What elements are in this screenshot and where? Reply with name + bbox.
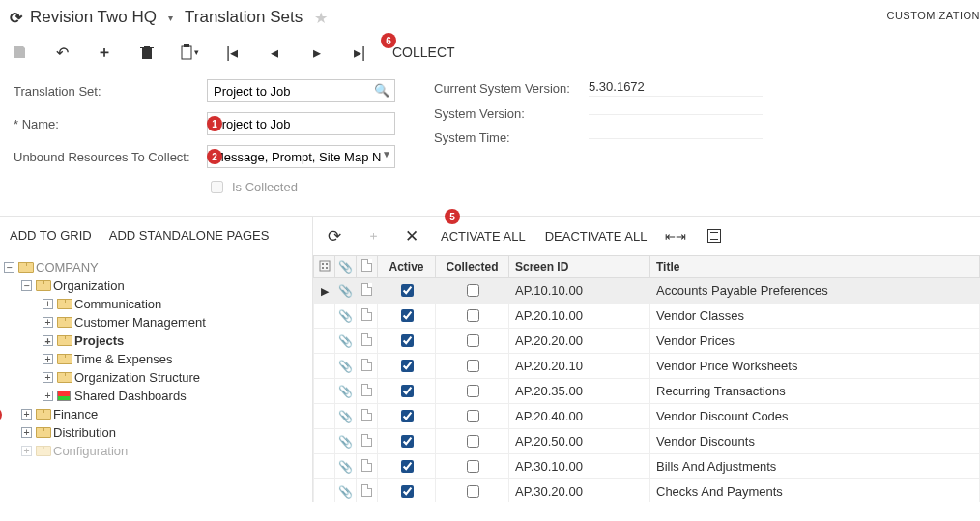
grid-refresh-icon[interactable]: ⟳: [325, 226, 344, 246]
expand-icon[interactable]: +: [21, 446, 32, 456]
active-cell[interactable]: [378, 404, 436, 429]
collected-cell[interactable]: [436, 379, 509, 404]
fit-columns-icon[interactable]: ⇤⇥: [666, 226, 685, 246]
collect-button[interactable]: COLLECT: [392, 44, 455, 60]
collapse-icon[interactable]: −: [4, 262, 14, 273]
delete-icon[interactable]: [137, 43, 157, 62]
undo-icon[interactable]: ↶: [52, 43, 72, 62]
clipboard-icon[interactable]: ▾: [180, 43, 199, 62]
row-indicator[interactable]: [314, 404, 335, 429]
company-title[interactable]: Revision Two HQ: [30, 8, 157, 27]
tree-root-company[interactable]: − COMPANY: [4, 258, 308, 276]
note-cell[interactable]: [357, 379, 378, 404]
attachment-cell[interactable]: 📎: [335, 429, 357, 454]
attachment-cell[interactable]: 📎: [335, 278, 357, 304]
tree-node-projects[interactable]: 3 + Projects: [4, 332, 308, 350]
tree-node-customer-management[interactable]: + Customer Management: [4, 313, 308, 332]
active-cell[interactable]: [378, 429, 436, 454]
collected-cell[interactable]: [436, 454, 509, 479]
active-cell[interactable]: [378, 379, 436, 404]
collected-cell[interactable]: [436, 354, 509, 379]
collected-cell[interactable]: [436, 479, 509, 503]
expand-icon[interactable]: +: [43, 335, 53, 346]
attachment-cell[interactable]: 📎: [335, 379, 357, 404]
table-row[interactable]: 📎AP.30.20.00Checks And Payments: [314, 479, 980, 503]
note-cell[interactable]: [357, 329, 378, 354]
col-attachment[interactable]: 📎: [335, 256, 357, 278]
note-cell[interactable]: [357, 404, 378, 429]
table-row[interactable]: ▶📎AP.10.10.00Accounts Payable Preference…: [314, 278, 980, 304]
tree-node-shared-dashboards[interactable]: + Shared Dashboards: [4, 387, 308, 405]
chevron-down-icon[interactable]: ▾: [168, 13, 173, 23]
collected-cell[interactable]: [436, 404, 509, 429]
export-icon[interactable]: [705, 226, 724, 246]
favorite-star-icon[interactable]: ★: [314, 9, 328, 27]
note-cell[interactable]: [357, 354, 378, 379]
active-cell[interactable]: [378, 329, 436, 354]
expand-icon[interactable]: +: [43, 299, 53, 309]
attachment-cell[interactable]: 📎: [335, 454, 357, 479]
expand-icon[interactable]: +: [21, 427, 32, 438]
expand-icon[interactable]: +: [43, 372, 53, 383]
expand-icon[interactable]: +: [21, 409, 32, 420]
table-row[interactable]: 📎AP.20.50.00Vendor Discounts: [314, 429, 980, 454]
tree-node-distribution[interactable]: + Distribution: [4, 423, 308, 442]
translation-set-input[interactable]: [207, 79, 395, 102]
collected-cell[interactable]: [436, 429, 509, 454]
collected-cell[interactable]: [436, 278, 509, 304]
collected-cell[interactable]: [436, 304, 509, 329]
row-indicator[interactable]: [314, 379, 335, 404]
tree-node-finance[interactable]: 4 + Finance: [4, 405, 308, 423]
note-cell[interactable]: [357, 454, 378, 479]
table-row[interactable]: 📎AP.20.20.10Vendor Price Worksheets: [314, 354, 980, 379]
tree-node-configuration[interactable]: + Configuration: [4, 442, 308, 460]
row-indicator[interactable]: [314, 329, 335, 354]
customization-link[interactable]: CUSTOMIZATION: [886, 10, 980, 21]
row-indicator[interactable]: [314, 429, 335, 454]
activate-all-button[interactable]: ACTIVATE ALL: [441, 229, 526, 244]
attachment-cell[interactable]: 📎: [335, 354, 357, 379]
col-collected[interactable]: Collected: [436, 256, 509, 278]
tree-node-organization[interactable]: − Organization: [4, 276, 308, 295]
expand-icon[interactable]: +: [43, 317, 53, 328]
active-cell[interactable]: [378, 354, 436, 379]
expand-icon[interactable]: +: [43, 391, 53, 401]
collapse-icon[interactable]: −: [21, 280, 32, 291]
deactivate-all-button[interactable]: DEACTIVATE ALL: [545, 229, 648, 244]
row-indicator[interactable]: [314, 479, 335, 503]
tree-node-organization-structure[interactable]: + Organization Structure: [4, 368, 308, 387]
active-cell[interactable]: [378, 304, 436, 329]
name-input[interactable]: [207, 112, 395, 135]
first-record-icon[interactable]: |◂: [222, 43, 242, 62]
row-indicator[interactable]: [314, 304, 335, 329]
active-cell[interactable]: [378, 278, 436, 304]
grid-delete-icon[interactable]: ✕: [402, 226, 421, 246]
next-record-icon[interactable]: ▸: [307, 43, 327, 62]
add-standalone-button[interactable]: ADD STANDALONE PAGES: [109, 228, 270, 243]
active-cell[interactable]: [378, 479, 436, 503]
row-indicator[interactable]: [314, 454, 335, 479]
table-row[interactable]: 📎AP.20.35.00Recurring Transactions: [314, 379, 980, 404]
expand-icon[interactable]: +: [43, 354, 53, 364]
unbound-input[interactable]: [207, 145, 395, 168]
is-collected-checkbox[interactable]: Is Collected: [207, 178, 298, 196]
attachment-cell[interactable]: 📎: [335, 329, 357, 354]
refresh-icon[interactable]: ⟳: [10, 9, 22, 27]
tree-node-time-expenses[interactable]: + Time & Expenses: [4, 350, 308, 368]
note-cell[interactable]: [357, 304, 378, 329]
table-row[interactable]: 📎AP.30.10.00Bills And Adjustments: [314, 454, 980, 479]
active-cell[interactable]: [378, 454, 436, 479]
attachment-cell[interactable]: 📎: [335, 479, 357, 503]
table-row[interactable]: 📎AP.20.20.00Vendor Prices: [314, 329, 980, 354]
note-cell[interactable]: [357, 479, 378, 503]
col-screen-id[interactable]: Screen ID: [509, 256, 650, 278]
col-notes[interactable]: [357, 256, 378, 278]
note-cell[interactable]: [357, 429, 378, 454]
tree-node-communication[interactable]: + Communication: [4, 295, 308, 313]
col-active[interactable]: Active: [378, 256, 436, 278]
collected-cell[interactable]: [436, 329, 509, 354]
col-title[interactable]: Title: [650, 256, 980, 278]
attachment-cell[interactable]: 📎: [335, 404, 357, 429]
add-to-grid-button[interactable]: ADD TO GRID: [10, 228, 92, 243]
row-indicator[interactable]: [314, 354, 335, 379]
